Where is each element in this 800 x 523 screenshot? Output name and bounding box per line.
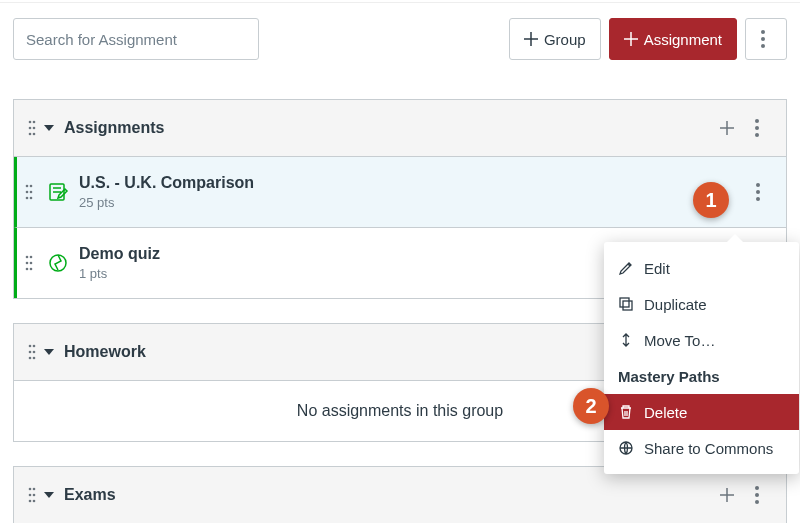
svg-point-6 [33,127,36,130]
quiz-icon [43,252,73,274]
svg-rect-51 [623,301,632,310]
svg-point-19 [756,183,760,187]
assignment-info: U.S. - U.K. Comparison 25 pts [79,174,254,210]
svg-point-45 [29,500,32,503]
toolbar: Search for Assignment Group Assignment [0,3,800,75]
assignment-item[interactable]: U.S. - U.K. Comparison 25 pts [14,157,786,227]
overflow-button[interactable] [745,18,787,60]
menu-mastery[interactable]: Mastery Paths [604,358,799,394]
svg-point-21 [756,197,760,201]
svg-point-25 [30,262,33,265]
add-assignment-button[interactable]: Assignment [609,18,737,60]
svg-point-14 [26,191,29,194]
group-overflow-button[interactable] [742,480,772,510]
menu-label: Share to Commons [644,440,773,457]
group-add-button[interactable] [712,113,742,143]
assignment-info: Demo quiz 1 pts [79,245,160,281]
svg-point-35 [33,351,36,354]
svg-point-44 [33,494,36,497]
drag-handle-icon[interactable] [25,184,33,200]
svg-point-26 [26,268,29,271]
svg-point-3 [29,121,32,124]
svg-point-33 [33,345,36,348]
group-title: Assignments [64,119,164,137]
svg-point-32 [29,345,32,348]
drag-handle-icon[interactable] [28,487,36,503]
assignment-icon [43,181,73,203]
menu-label: Delete [644,404,687,421]
drag-handle-icon[interactable] [25,255,33,271]
kebab-icon [755,119,759,137]
menu-label: Move To… [644,332,715,349]
plus-icon [624,32,638,46]
item-overflow-button[interactable] [744,178,772,206]
kebab-icon [761,30,765,48]
menu-share[interactable]: Share to Commons [604,430,799,466]
group-exams: Exams [13,466,787,523]
svg-point-4 [33,121,36,124]
svg-point-0 [761,30,765,34]
group-header[interactable]: Assignments [14,100,786,157]
add-group-label: Group [544,31,586,48]
assignment-title: U.S. - U.K. Comparison [79,174,254,192]
svg-point-16 [26,197,29,200]
kebab-icon [756,183,760,201]
duplicate-icon [618,296,634,312]
svg-point-12 [26,185,29,188]
caret-down-icon [44,486,54,504]
svg-point-46 [33,500,36,503]
svg-point-27 [30,268,33,271]
svg-point-47 [755,486,759,490]
svg-rect-50 [620,298,629,307]
menu-label: Mastery Paths [618,368,720,385]
menu-edit[interactable]: Edit [604,250,799,286]
callout-badge-2: 2 [573,388,609,424]
svg-point-41 [29,488,32,491]
svg-point-20 [756,190,760,194]
svg-point-42 [33,488,36,491]
drag-handle-icon[interactable] [28,344,36,360]
group-title: Homework [64,343,146,361]
svg-point-37 [33,357,36,360]
svg-point-48 [755,493,759,497]
group-header[interactable]: Exams [14,467,786,523]
svg-point-22 [26,256,29,259]
plus-icon [719,487,735,503]
svg-point-24 [26,262,29,265]
menu-duplicate[interactable]: Duplicate [604,286,799,322]
callout-badge-1: 1 [693,182,729,218]
search-input[interactable]: Search for Assignment [13,18,259,60]
svg-point-13 [30,185,33,188]
svg-point-1 [761,37,765,41]
add-assignment-label: Assignment [644,31,722,48]
share-icon [618,440,634,456]
context-menu: Edit Duplicate Move To… Mastery Paths De… [604,242,799,474]
group-overflow-button[interactable] [742,113,772,143]
group-title: Exams [64,486,116,504]
svg-point-23 [30,256,33,259]
svg-point-34 [29,351,32,354]
group-add-button[interactable] [712,480,742,510]
menu-label: Duplicate [644,296,707,313]
svg-point-10 [755,126,759,130]
drag-handle-icon[interactable] [28,120,36,136]
add-group-button[interactable]: Group [509,18,601,60]
svg-point-8 [33,133,36,136]
caret-down-icon [44,343,54,361]
svg-point-7 [29,133,32,136]
menu-delete[interactable]: Delete [604,394,799,430]
svg-point-49 [755,500,759,504]
menu-moveto[interactable]: Move To… [604,322,799,358]
plus-icon [719,120,735,136]
plus-icon [524,32,538,46]
svg-point-15 [30,191,33,194]
kebab-icon [755,486,759,504]
menu-label: Edit [644,260,670,277]
svg-point-2 [761,44,765,48]
svg-point-11 [755,133,759,137]
trash-icon [618,404,634,420]
search-placeholder: Search for Assignment [26,31,177,48]
move-icon [618,332,634,348]
assignment-points: 25 pts [79,195,254,210]
svg-point-36 [29,357,32,360]
